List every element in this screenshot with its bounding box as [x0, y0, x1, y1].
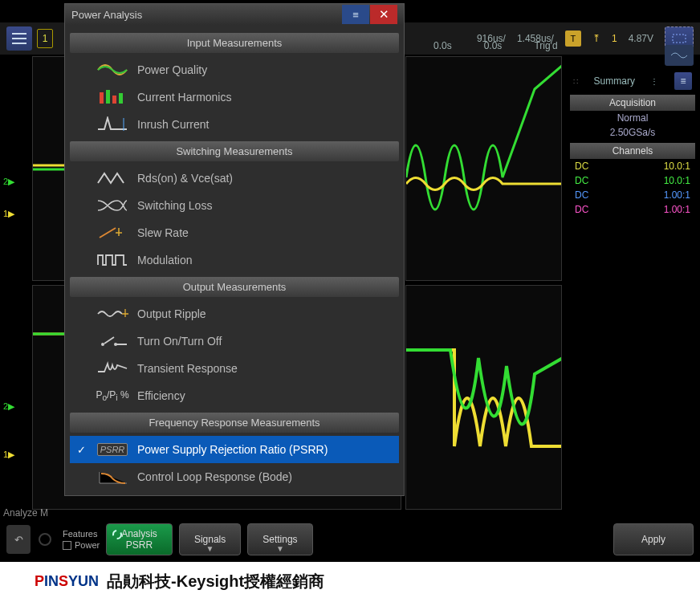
item-label: Power Supply Rejection Ratio (PSRR): [137, 443, 394, 456]
item-label: Modulation: [137, 254, 394, 266]
svg-point-9: [114, 343, 117, 346]
item-label: Rds(on) & Vce(sat): [137, 172, 394, 185]
dots-icon: ∷: [573, 77, 578, 86]
chevron-down-icon: ▼: [206, 544, 214, 553]
trigger-badge[interactable]: T: [565, 31, 581, 47]
section-frequency-response: Frequency Response Measurements: [70, 413, 399, 433]
features-group: Features Power: [63, 529, 100, 550]
item-psrr[interactable]: ✓ PSRR Power Supply Rejection Ratio (PSR…: [70, 436, 399, 463]
analysis-button[interactable]: Analysis PSRR: [106, 523, 173, 555]
summary-dots-icon[interactable]: ⋮: [650, 77, 658, 86]
menu-button[interactable]: [6, 26, 32, 51]
waveform-pane-2[interactable]: [405, 56, 562, 281]
back-button[interactable]: ↶: [6, 525, 31, 554]
signals-button[interactable]: Signals ▼: [179, 523, 241, 555]
brand-tagline: 品勛科技-Keysight授權經銷商: [107, 571, 324, 592]
summary-menu-button[interactable]: ≡: [674, 72, 692, 90]
dialog-menu-button[interactable]: ≡: [342, 5, 369, 24]
check-icon: ✓: [75, 444, 88, 456]
svg-rect-5: [112, 96, 116, 104]
item-turn-on-off[interactable]: Turn On/Turn Off: [70, 327, 399, 355]
item-label: Efficiency: [137, 389, 394, 402]
waveform-mode-button[interactable]: [665, 45, 694, 66]
item-power-quality[interactable]: Power Quality: [70, 56, 399, 83]
signals-label: Signals: [194, 534, 226, 545]
spinner-icon: [112, 529, 123, 540]
item-modulation[interactable]: Modulation: [70, 246, 399, 274]
item-switching-loss[interactable]: Switching Loss: [70, 192, 399, 219]
ch2-ground-marker: 2▶: [3, 177, 14, 187]
power-label: Power: [75, 540, 100, 550]
item-bode[interactable]: Control Loop Response (Bode): [70, 463, 399, 490]
dialog-title: Power Analysis: [71, 9, 142, 21]
item-slew-rate[interactable]: Slew Rate: [70, 219, 399, 246]
oscilloscope-screen: 1 916us/ 1.458us/ T ⤒ 1 4.87V 0.0s 0.0s …: [0, 0, 700, 562]
item-label: Power Quality: [137, 63, 394, 76]
acquisition-mode: Normal: [570, 111, 695, 125]
section-switching-measurements: Switching Measurements: [70, 141, 399, 161]
inrush-icon: [96, 116, 129, 133]
apply-label: Apply: [641, 534, 665, 545]
sine-wave-icon: [96, 61, 129, 79]
transient-icon: [96, 360, 129, 377]
item-label: Transient Response: [137, 362, 394, 375]
section-input-measurements: Input Measurements: [70, 33, 399, 53]
item-current-harmonics[interactable]: Current Harmonics: [70, 83, 399, 111]
bottom-toolbar: ↶ Features Power Analysis PSRR Signals ▼…: [0, 520, 700, 559]
slew-icon: [96, 224, 129, 242]
channel-1-badge[interactable]: 1: [37, 29, 53, 48]
item-label: Slew Rate: [137, 226, 394, 239]
svg-rect-4: [106, 90, 110, 104]
power-checkbox[interactable]: Power: [63, 540, 100, 550]
zoom-rect-icon: [671, 33, 687, 44]
efficiency-icon: Po/Pi %: [96, 387, 129, 405]
item-output-ripple[interactable]: Output Ripple: [70, 300, 399, 327]
brand-logo-text: PINSYUN: [35, 573, 99, 590]
waveform-pane-4[interactable]: [405, 285, 562, 510]
analyze-mode-label: Analyze M: [3, 507, 48, 519]
apply-button[interactable]: Apply: [613, 523, 694, 555]
channels-header[interactable]: Channels: [570, 143, 695, 159]
trigger-level: 4.87V: [629, 33, 653, 44]
psrr-badge-icon: PSRR: [97, 443, 128, 456]
trigger-channel: 1: [612, 33, 617, 44]
crossover-icon: [96, 197, 129, 214]
ch1-ground-marker: 1▶: [3, 209, 14, 219]
waveform-4: [406, 286, 562, 510]
settings-button[interactable]: Settings ▼: [247, 523, 312, 555]
trigger-edge-icon: ⤒: [592, 33, 600, 44]
item-label: Current Harmonics: [137, 91, 394, 104]
delay-readouts: 0.0s 0.0s Trig'd: [433, 40, 558, 51]
acquisition-header[interactable]: Acquisition: [570, 95, 695, 111]
channel-row: DC1.00:1: [570, 202, 695, 217]
item-efficiency[interactable]: Po/Pi % Efficiency: [70, 382, 399, 409]
analysis-label: Analysis: [121, 528, 157, 539]
ripple-icon: [96, 305, 129, 323]
ch1-ground-marker-b: 1▶: [3, 450, 14, 460]
channel-row: DC1.00:1: [570, 188, 695, 202]
svg-point-1: [39, 534, 51, 545]
section-output-measurements: Output Measurements: [70, 277, 399, 297]
item-label: Turn On/Turn Off: [137, 335, 394, 348]
bar-chart-icon: [96, 88, 129, 106]
refresh-icon: [37, 531, 53, 547]
wave-mode-icon: [670, 50, 688, 61]
sample-rate: 2.50GSa/s: [570, 125, 695, 140]
item-label: Control Loop Response (Bode): [137, 470, 394, 483]
dialog-titlebar[interactable]: Power Analysis ≡ ✕: [65, 4, 404, 25]
bode-icon: [96, 468, 129, 486]
pulse-train-icon: [96, 251, 129, 269]
dialog-close-button[interactable]: ✕: [370, 5, 397, 24]
channel-row: DC10.0:1: [570, 173, 695, 188]
svg-point-8: [101, 343, 104, 346]
item-label: Output Ripple: [137, 307, 394, 320]
item-inrush-current[interactable]: Inrush Current: [70, 111, 399, 138]
switch-icon: [96, 332, 129, 350]
item-rds-vce[interactable]: Rds(on) & Vce(sat): [70, 165, 399, 192]
item-label: Switching Loss: [137, 199, 394, 212]
settings-label: Settings: [262, 534, 297, 545]
triangle-wave-icon: [96, 169, 129, 187]
ch2-ground-marker-b: 2▶: [3, 401, 14, 412]
item-transient-response[interactable]: Transient Response: [70, 355, 399, 382]
svg-rect-3: [100, 92, 104, 104]
